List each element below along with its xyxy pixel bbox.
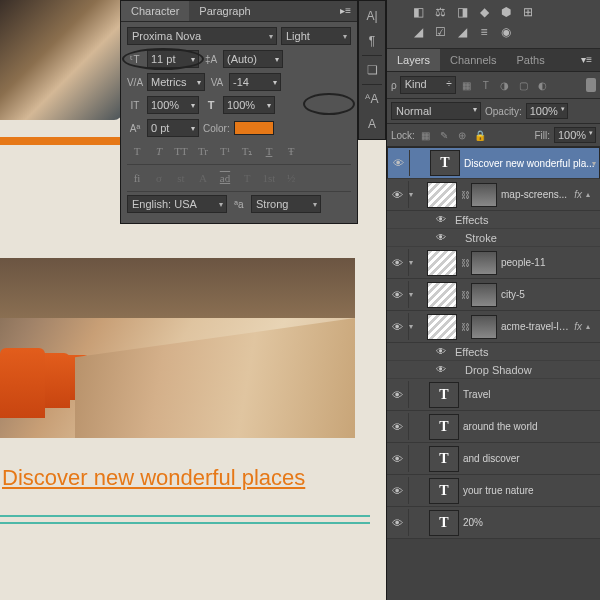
swash-button[interactable]: A xyxy=(193,169,213,187)
visibility-icon[interactable]: 👁 xyxy=(433,214,449,225)
lock-image-icon[interactable]: ✎ xyxy=(437,128,451,142)
char-panel-icon[interactable]: ᴬA xyxy=(360,87,384,111)
fx-disclosure-icon[interactable]: ▴ xyxy=(586,322,600,331)
ordinals-button[interactable]: 1st xyxy=(259,169,279,187)
stylistic-button[interactable]: ad xyxy=(215,169,235,187)
layer-name[interactable]: people-11 xyxy=(501,257,600,268)
layer-name[interactable]: and discover xyxy=(463,453,600,464)
layer-row[interactable]: 👁▾⛓city-5 xyxy=(387,279,600,311)
visibility-icon[interactable]: 👁 xyxy=(433,364,449,375)
filter-toggle[interactable] xyxy=(586,78,596,92)
layer-name[interactable]: map-screens... xyxy=(501,189,574,200)
filter-shape-icon[interactable]: ▢ xyxy=(516,77,532,93)
disclosure-icon[interactable]: ▾ xyxy=(409,322,423,331)
fx-badge[interactable]: fx xyxy=(574,321,586,332)
effect-item[interactable]: 👁Drop Shadow xyxy=(387,361,600,379)
language-select[interactable]: English: USA xyxy=(127,195,227,213)
effect-item[interactable]: 👁Stroke xyxy=(387,229,600,247)
visibility-icon[interactable]: 👁 xyxy=(387,509,409,536)
lock-transparent-icon[interactable]: ▦ xyxy=(419,128,433,142)
effects-row[interactable]: 👁Effects xyxy=(387,211,600,229)
tab-paths[interactable]: Paths xyxy=(507,49,555,71)
layer-name[interactable]: your true nature xyxy=(463,485,600,496)
baseline-input[interactable]: 0 pt xyxy=(147,119,199,137)
tool-icon[interactable]: ◉ xyxy=(497,24,515,40)
disclosure-icon[interactable]: ▾ xyxy=(409,190,423,199)
fractions-button[interactable]: ½ xyxy=(281,169,301,187)
layer-row[interactable]: 👁TTravel xyxy=(387,379,600,411)
visibility-icon[interactable]: 👁 xyxy=(387,249,409,276)
strike-button[interactable]: Ŧ xyxy=(281,142,301,160)
titling-button[interactable]: T xyxy=(237,169,257,187)
visibility-icon[interactable]: 👁 xyxy=(387,445,409,472)
layer-row[interactable]: 👁TDiscover new wonderful pla... xyxy=(387,147,600,179)
disclosure-icon[interactable]: ▾ xyxy=(409,258,423,267)
faux-bold-button[interactable]: T xyxy=(127,142,147,160)
hscale-input[interactable]: 100% xyxy=(223,96,275,114)
fx-badge[interactable]: fx xyxy=(574,189,586,200)
kerning-select[interactable]: Metrics xyxy=(147,73,205,91)
subscript-button[interactable]: T₁ xyxy=(237,142,257,160)
layer-row[interactable]: 👁T20% xyxy=(387,507,600,539)
tab-paragraph[interactable]: Paragraph xyxy=(189,1,260,21)
layer-row[interactable]: 👁Tyour true nature xyxy=(387,475,600,507)
para-styles-icon[interactable]: ¶ xyxy=(360,29,384,53)
canvas-headline[interactable]: Discover new wonderful places xyxy=(2,465,305,491)
vscale-input[interactable]: 100% xyxy=(147,96,199,114)
tool-icon[interactable]: ☑ xyxy=(431,24,449,40)
layer-name[interactable]: 20% xyxy=(463,517,600,528)
tool-icon[interactable]: ⚖ xyxy=(431,4,449,20)
tool-icon[interactable]: ⊞ xyxy=(519,4,537,20)
font-style-select[interactable]: Light xyxy=(281,27,351,45)
lock-position-icon[interactable]: ⊕ xyxy=(455,128,469,142)
filter-smart-icon[interactable]: ◐ xyxy=(535,77,551,93)
visibility-icon[interactable]: 👁 xyxy=(387,181,409,208)
effects-row[interactable]: 👁Effects xyxy=(387,343,600,361)
layer-name[interactable]: acme-travel-logo xyxy=(501,321,574,332)
tool-icon[interactable]: ◢ xyxy=(409,24,427,40)
layer-name[interactable]: Discover new wonderful pla... xyxy=(464,158,599,169)
filter-kind-select[interactable]: Kind xyxy=(400,76,456,94)
tool-icon[interactable]: ◆ xyxy=(475,4,493,20)
tool-icon[interactable]: ⬢ xyxy=(497,4,515,20)
layer-row[interactable]: 👁▾⛓acme-travel-logofx▴ xyxy=(387,311,600,343)
antialias-select[interactable]: Strong xyxy=(251,195,321,213)
panel-menu-icon[interactable]: ▸≡ xyxy=(334,1,357,21)
visibility-icon[interactable]: 👁 xyxy=(387,413,409,440)
layer-name[interactable]: around the world xyxy=(463,421,600,432)
filter-type-icon[interactable]: ◑ xyxy=(497,77,513,93)
tab-character[interactable]: Character xyxy=(121,1,189,21)
layer-name[interactable]: city-5 xyxy=(501,289,600,300)
tool-icon[interactable]: ◧ xyxy=(409,4,427,20)
ligatures-button[interactable]: fi xyxy=(127,169,147,187)
tool-icon[interactable]: ≡ xyxy=(475,24,493,40)
filter-pixel-icon[interactable]: ▦ xyxy=(459,77,475,93)
para-panel-icon[interactable]: A xyxy=(360,112,384,136)
layer-name[interactable]: Travel xyxy=(463,389,600,400)
glyphs-icon[interactable]: ❏ xyxy=(360,58,384,82)
disclosure-icon[interactable]: ▾ xyxy=(409,290,423,299)
tab-channels[interactable]: Channels xyxy=(440,49,506,71)
opacity-input[interactable]: 100% xyxy=(526,103,568,119)
panel-menu-icon[interactable]: ▾≡ xyxy=(573,49,600,71)
faux-italic-button[interactable]: T xyxy=(149,142,169,160)
visibility-icon[interactable]: 👁 xyxy=(433,346,449,357)
visibility-icon[interactable]: 👁 xyxy=(387,381,409,408)
visibility-icon[interactable]: 👁 xyxy=(388,150,410,176)
discretionary-button[interactable]: st xyxy=(171,169,191,187)
filter-adjust-icon[interactable]: T xyxy=(478,77,494,93)
char-styles-icon[interactable]: A| xyxy=(360,4,384,28)
lock-all-icon[interactable]: 🔒 xyxy=(473,128,487,142)
visibility-icon[interactable]: 👁 xyxy=(387,477,409,504)
underline-button[interactable]: T xyxy=(259,142,279,160)
layer-row[interactable]: 👁▾⛓people-11 xyxy=(387,247,600,279)
fx-disclosure-icon[interactable]: ▴ xyxy=(586,190,600,199)
tab-layers[interactable]: Layers xyxy=(387,49,440,71)
tracking-input[interactable]: -14 xyxy=(229,73,281,91)
allcaps-button[interactable]: TT xyxy=(171,142,191,160)
tool-icon[interactable]: ◢ xyxy=(453,24,471,40)
contextual-button[interactable]: σ xyxy=(149,169,169,187)
visibility-icon[interactable]: 👁 xyxy=(433,232,449,243)
layer-row[interactable]: 👁Tand discover xyxy=(387,443,600,475)
font-family-select[interactable]: Proxima Nova xyxy=(127,27,277,45)
